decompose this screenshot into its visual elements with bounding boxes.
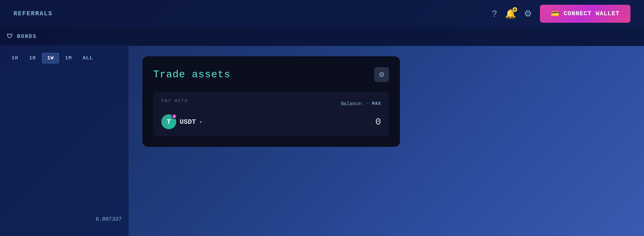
trade-settings-button[interactable]: ⚙ [374, 67, 389, 82]
nav-left: REFERRALS [14, 10, 53, 17]
time-filter-all[interactable]: ALL [78, 53, 98, 63]
trade-card-header: Trade assets ⚙ [153, 67, 389, 82]
token-amount: 0 [375, 117, 381, 127]
max-button[interactable]: MAX [372, 101, 381, 106]
trade-panel-area: Trade assets ⚙ PAY WITH Balance: - MAX [129, 46, 644, 236]
referrals-label: REFERRALS [14, 10, 53, 17]
token-selector[interactable]: T A USDT ▾ [161, 114, 202, 129]
balance-container: Balance: - MAX [341, 101, 381, 106]
nav-right: ? 🔔 ★ ⚙ 💳 CONNECT WALLET [492, 5, 630, 23]
bonds-shield-icon: 🛡 [7, 33, 14, 40]
bell-badge: ★ [512, 7, 517, 12]
notifications-button[interactable]: 🔔 ★ [505, 8, 516, 19]
trade-settings-icon: ⚙ [379, 71, 385, 79]
pay-with-section: PAY WITH Balance: - MAX T A [153, 92, 389, 136]
pay-with-label: PAY WITH [161, 98, 188, 103]
pay-section-inner: PAY WITH Balance: - MAX T A [161, 98, 381, 129]
token-icon: T A [161, 114, 176, 129]
balance-value: - [366, 101, 369, 106]
help-button[interactable]: ? [492, 8, 497, 19]
time-filter-1m[interactable]: 1M [60, 53, 77, 63]
time-filter-1w[interactable]: 1W [42, 53, 59, 63]
sub-navbar: 🛡 BONDS [0, 27, 644, 46]
top-navbar: REFERRALS ? 🔔 ★ ⚙ 💳 CONNECT WALLET [0, 0, 644, 27]
trade-card: Trade assets ⚙ PAY WITH Balance: - MAX [142, 56, 400, 147]
settings-icon: ⚙ [524, 8, 532, 19]
chart-value: 0.007337 [96, 216, 122, 222]
settings-button[interactable]: ⚙ [524, 8, 532, 19]
token-badge: A [172, 114, 177, 119]
wallet-icon: 💳 [551, 9, 560, 18]
connect-wallet-label: CONNECT WALLET [564, 10, 620, 17]
chevron-down-icon: ▾ [199, 119, 202, 125]
main-content: 1H 1D 1W 1M ALL 0.007337 Trade assets ⚙ [0, 46, 644, 236]
left-panel: 1H 1D 1W 1M ALL 0.007337 [0, 46, 129, 236]
help-icon: ? [492, 8, 497, 19]
balance-label: Balance: [341, 101, 364, 106]
chart-area: 0.007337 [0, 70, 128, 229]
token-symbol: T [167, 118, 171, 126]
connect-wallet-button[interactable]: 💳 CONNECT WALLET [540, 5, 630, 23]
top-labels: PAY WITH Balance: - MAX [161, 98, 381, 109]
bonds-label: 🛡 BONDS [7, 33, 37, 40]
token-row: T A USDT ▾ 0 [161, 114, 381, 129]
trade-assets-title: Trade assets [153, 69, 230, 80]
time-filter-1h[interactable]: 1H [7, 53, 23, 63]
token-name: USDT [180, 118, 196, 126]
time-filters: 1H 1D 1W 1M ALL [0, 53, 128, 63]
time-filter-1d[interactable]: 1D [24, 53, 41, 63]
